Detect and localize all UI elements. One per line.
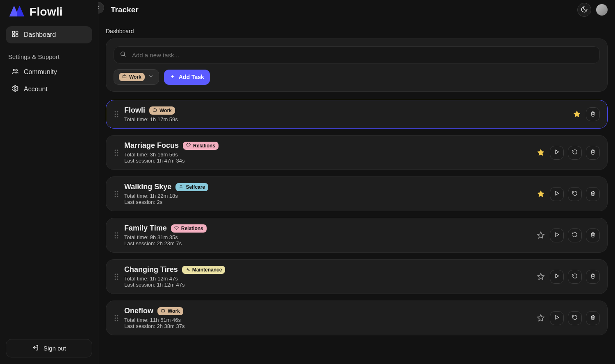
- chevron-down-icon: [148, 73, 154, 81]
- delete-button[interactable]: [586, 270, 600, 284]
- reset-button[interactable]: [568, 228, 582, 242]
- reset-button[interactable]: [568, 270, 582, 284]
- tag-label: Maintenance: [192, 267, 222, 273]
- svg-point-22: [115, 154, 116, 156]
- play-button[interactable]: [550, 270, 564, 284]
- play-button[interactable]: [550, 311, 564, 325]
- delete-button[interactable]: [586, 311, 600, 325]
- tag-icon: [174, 226, 179, 231]
- task-title: Changing Tires: [124, 265, 178, 274]
- star-toggle[interactable]: [572, 109, 582, 119]
- sidebar-item-dashboard[interactable]: Dashboard: [6, 26, 92, 43]
- tag-pill: Selfcare: [175, 183, 208, 191]
- page-title: Tracker: [111, 5, 139, 14]
- svg-point-24: [115, 191, 116, 192]
- task-card-body: Marriage Focus Relations Total time: 3h …: [124, 141, 536, 164]
- collapse-sidebar-button[interactable]: [98, 2, 104, 14]
- svg-point-31: [115, 232, 116, 233]
- play-button[interactable]: [550, 228, 564, 242]
- task-actions: [536, 146, 600, 160]
- drag-handle[interactable]: [114, 111, 119, 118]
- brand: Flowli: [6, 3, 92, 26]
- task-card-body: Family Time Relations Total time: 9h 31m…: [124, 224, 536, 246]
- reset-button[interactable]: [568, 187, 582, 201]
- svg-point-27: [117, 193, 118, 194]
- task-last-session: Last session: 2h 23m 7s: [124, 240, 536, 246]
- chevron-left-icon: [98, 5, 101, 11]
- tag-label: Work: [159, 108, 172, 113]
- avatar[interactable]: [596, 4, 608, 16]
- star-toggle[interactable]: [536, 231, 546, 240]
- briefcase-icon: [122, 74, 127, 80]
- drag-handle[interactable]: [114, 149, 119, 156]
- svg-point-7: [16, 70, 18, 71]
- svg-point-47: [115, 320, 116, 321]
- signout-button[interactable]: Sign out: [6, 339, 92, 357]
- star-toggle[interactable]: [536, 189, 546, 199]
- sidebar-item-account[interactable]: Account: [6, 81, 92, 98]
- svg-rect-5: [16, 35, 18, 37]
- svg-point-40: [117, 276, 118, 277]
- play-button[interactable]: [550, 146, 564, 160]
- delete-button[interactable]: [586, 228, 600, 242]
- tag-pill: Work: [149, 106, 175, 115]
- sidebar-item-community[interactable]: Community: [6, 63, 92, 81]
- tag-icon: [161, 308, 165, 314]
- svg-point-44: [117, 315, 118, 316]
- delete-button[interactable]: [586, 107, 600, 121]
- star-toggle[interactable]: [536, 313, 546, 323]
- task-title: Flowli: [124, 106, 145, 115]
- tag-icon: [153, 108, 157, 113]
- svg-point-26: [115, 193, 116, 194]
- svg-point-11: [115, 111, 116, 113]
- svg-point-15: [115, 116, 116, 118]
- star-toggle[interactable]: [536, 148, 546, 158]
- svg-point-30: [181, 185, 182, 186]
- svg-point-28: [115, 196, 116, 197]
- content: Dashboard Work: [98, 18, 615, 349]
- tag-label: Selfcare: [186, 184, 205, 190]
- drag-handle[interactable]: [114, 232, 119, 239]
- drag-handle[interactable]: [114, 191, 119, 197]
- task-card: Family Time Relations Total time: 9h 31m…: [106, 218, 608, 253]
- new-task-input[interactable]: [131, 51, 594, 59]
- play-button[interactable]: [550, 187, 564, 201]
- task-total: Total time: 3h 16m 56s: [124, 151, 536, 158]
- theme-toggle-button[interactable]: [577, 3, 591, 17]
- task-title: Family Time: [124, 224, 167, 233]
- svg-point-33: [115, 235, 116, 236]
- tag-pill: Relations: [171, 224, 207, 233]
- star-toggle[interactable]: [536, 272, 546, 282]
- reset-button[interactable]: [568, 311, 582, 325]
- delete-button[interactable]: [586, 187, 600, 201]
- svg-point-37: [115, 274, 116, 275]
- play-icon: [554, 273, 560, 280]
- reset-button[interactable]: [568, 146, 582, 160]
- svg-point-20: [115, 152, 116, 153]
- svg-point-14: [117, 114, 118, 115]
- new-task-input-wrap: [114, 46, 600, 63]
- task-title: Walking Skye: [124, 183, 171, 191]
- trash-icon: [590, 149, 596, 156]
- task-card-body: Flowli Work Total time: 1h 17m 59s: [124, 106, 572, 122]
- task-card: Changing Tires Maintenance Total time: 1…: [106, 259, 608, 294]
- tag-pill: Relations: [183, 142, 219, 150]
- task-actions: [536, 228, 600, 242]
- svg-point-41: [115, 278, 116, 280]
- gear-icon: [11, 85, 19, 94]
- svg-point-6: [14, 69, 16, 71]
- trash-icon: [590, 314, 596, 321]
- task-last-session: Last session: 2s: [124, 199, 536, 205]
- tag-select[interactable]: Work: [114, 69, 159, 85]
- svg-point-19: [117, 149, 118, 151]
- community-icon: [11, 68, 19, 77]
- tag-icon: [185, 267, 190, 273]
- svg-point-18: [115, 149, 116, 151]
- svg-point-42: [117, 278, 118, 280]
- add-task-button[interactable]: Add Task: [164, 70, 210, 85]
- svg-rect-17: [153, 109, 156, 111]
- svg-point-35: [115, 237, 116, 238]
- drag-handle[interactable]: [114, 274, 119, 280]
- delete-button[interactable]: [586, 146, 600, 160]
- drag-handle[interactable]: [114, 315, 119, 321]
